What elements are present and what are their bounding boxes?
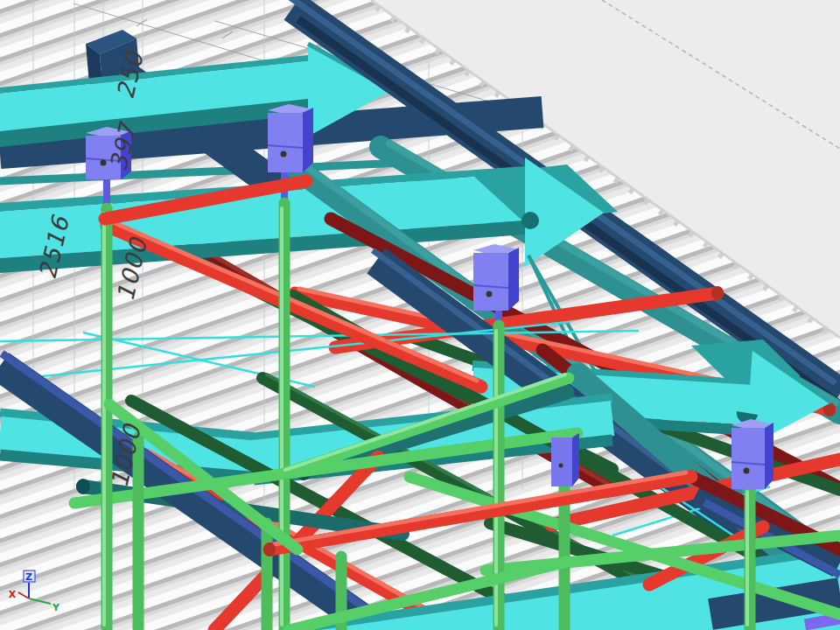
cad-3d-viewport[interactable]: 250 397 2516 1000 1000 Z X Y: [0, 0, 840, 630]
pipe-end: [76, 479, 90, 494]
x-axis-label: X: [9, 589, 17, 600]
red-pipe-end: [263, 542, 276, 556]
y-axis-label: Y: [52, 602, 60, 613]
jack-head-box-2: [268, 104, 313, 172]
model-canvas[interactable]: 250 397 2516 1000 1000 Z X Y: [0, 0, 840, 630]
jack-head-box-4: [732, 419, 774, 489]
red-pipe-end: [711, 286, 724, 300]
jack-head-box-5: [551, 433, 579, 486]
jack-head-box-3: [473, 244, 519, 311]
z-axis-label: Z: [25, 571, 32, 583]
